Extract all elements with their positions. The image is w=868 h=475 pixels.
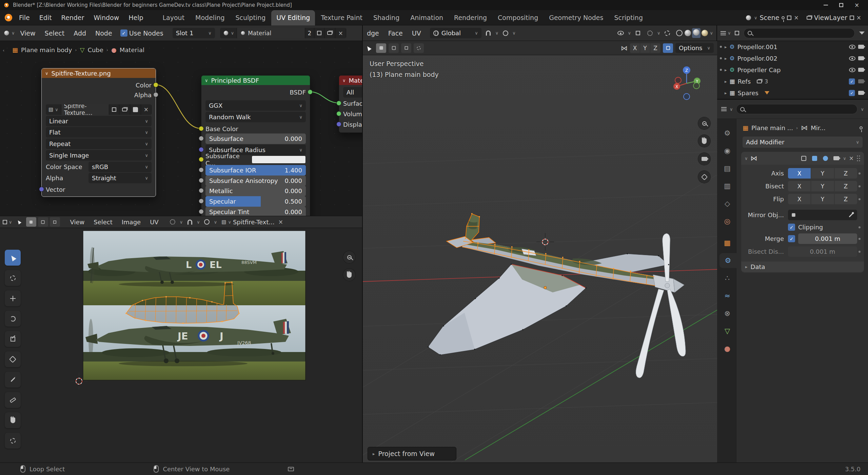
editor-type-icon[interactable] bbox=[4, 30, 9, 35]
axis-y-toggle[interactable]: Y bbox=[811, 168, 834, 179]
subsurface-method-dropdown[interactable]: Random Walk ∨ bbox=[205, 112, 306, 122]
outliner-search-input[interactable] bbox=[744, 28, 855, 38]
pin-icon[interactable] bbox=[782, 16, 785, 19]
delete-modifier-icon[interactable]: × bbox=[849, 155, 854, 162]
show-in-editmode-toggle[interactable] bbox=[810, 154, 818, 162]
extension-dropdown[interactable]: Repeat ∨ bbox=[46, 139, 152, 149]
outliner-row-propellor-001[interactable]: ▸ ⚙ Propellor.001 bbox=[717, 41, 868, 53]
tab-particles[interactable]: ∴ bbox=[719, 271, 735, 286]
viewport-3d[interactable]: ⋈ X Y Z Options ∨ bbox=[363, 41, 717, 462]
subsurface-color-input-socket[interactable] bbox=[199, 157, 204, 162]
distribution-dropdown[interactable]: GGX ∨ bbox=[205, 100, 306, 111]
shading-chevron-icon[interactable]: ∨ bbox=[710, 30, 713, 36]
proportional-editing-button[interactable] bbox=[500, 28, 511, 38]
new-viewlayer-icon[interactable] bbox=[850, 16, 854, 20]
transform-orientation-dropdown[interactable]: Global ∨ bbox=[430, 28, 481, 38]
expand-icon[interactable]: ▸ bbox=[725, 44, 727, 49]
principled-bsdf-node[interactable]: ∨ Principled BSDF BSDF GGX ∨ Random Walk… bbox=[201, 75, 310, 216]
snap-settings-chevron-icon[interactable]: ∨ bbox=[495, 30, 499, 36]
menu-file[interactable]: File bbox=[14, 10, 35, 25]
subsurface-radius-input-socket[interactable] bbox=[199, 147, 204, 152]
collection-checkbox[interactable]: ✓ bbox=[849, 78, 855, 84]
tab-shading[interactable]: Shading bbox=[368, 10, 405, 25]
uv-proportional-chevron-icon[interactable]: ∨ bbox=[214, 220, 217, 225]
image-open-button[interactable] bbox=[130, 104, 141, 115]
uv-editor-canvas[interactable]: L EL 88SVM bbox=[0, 228, 363, 462]
subsurface-slider[interactable]: Subsurface 0.000 bbox=[205, 133, 306, 144]
mirror-z-toggle[interactable]: Z bbox=[650, 43, 660, 53]
output-target-dropdown[interactable]: All bbox=[343, 87, 363, 98]
breadcrumb-mesh[interactable]: Cube bbox=[87, 46, 103, 54]
navigation-gizmo[interactable]: Z X Y bbox=[668, 65, 705, 102]
disable-render-icon[interactable] bbox=[858, 45, 864, 49]
vector-input-socket[interactable] bbox=[39, 187, 44, 192]
uv-select-vertex-button[interactable] bbox=[26, 217, 36, 227]
surface-input-socket[interactable] bbox=[336, 101, 341, 106]
material-output-node[interactable]: ∨ Mate... All Surface Volume Displace... bbox=[339, 75, 363, 133]
rendered-shading-icon[interactable] bbox=[702, 30, 708, 36]
bisect-z-toggle[interactable]: Z bbox=[834, 181, 857, 191]
uv-menu-image[interactable]: Image bbox=[118, 219, 144, 226]
scene-browse-chevron-icon[interactable]: ∨ bbox=[754, 15, 757, 20]
viewport-ortho-button[interactable] bbox=[698, 171, 710, 183]
menu-render[interactable]: Render bbox=[57, 10, 89, 25]
tab-scripting[interactable]: Scripting bbox=[609, 10, 648, 25]
expand-icon[interactable]: ▸ bbox=[725, 79, 727, 84]
pan-tool-button[interactable] bbox=[5, 412, 21, 428]
select-mode-subtract-button[interactable] bbox=[401, 43, 411, 53]
breadcrumb-object[interactable]: Plane main body bbox=[21, 46, 72, 54]
uv-snap-chevron-icon[interactable]: ∨ bbox=[197, 220, 200, 225]
viewport-pan-button[interactable] bbox=[698, 135, 710, 147]
outliner-item-label[interactable]: Propellor.002 bbox=[737, 55, 777, 62]
data-subpanel-header[interactable]: ▸ Data bbox=[741, 262, 864, 272]
select-mode-extend-button[interactable] bbox=[389, 43, 399, 53]
tab-material[interactable]: ● bbox=[719, 341, 735, 356]
breadcrumb-material[interactable]: Material bbox=[120, 46, 144, 54]
rotate-tool-button[interactable] bbox=[5, 311, 21, 327]
outliner-item-label[interactable]: Properller Cap bbox=[737, 66, 781, 74]
uv-menu-uv[interactable]: UV bbox=[146, 219, 162, 226]
subsurface-ior-input-socket[interactable] bbox=[199, 167, 204, 172]
fake-user-button[interactable] bbox=[314, 28, 324, 38]
disable-render-icon[interactable] bbox=[858, 91, 864, 95]
select-mode-new-button[interactable] bbox=[376, 43, 386, 53]
tab-modeling[interactable]: Modeling bbox=[190, 10, 230, 25]
specular-input-socket[interactable] bbox=[199, 199, 204, 204]
material-browse-button[interactable]: ∨ bbox=[220, 28, 237, 38]
uv-proportional-button[interactable] bbox=[202, 217, 212, 227]
tab-object[interactable]: ▦ bbox=[719, 235, 735, 250]
add-modifier-dropdown[interactable]: Add Modifier ∨ bbox=[743, 137, 863, 148]
color-output-socket[interactable] bbox=[153, 82, 158, 87]
mirror-x-toggle[interactable]: X bbox=[630, 43, 640, 53]
alpha-mode-dropdown[interactable]: Straight ∨ bbox=[88, 173, 152, 183]
subsurface-ior-slider[interactable]: Subsurface IOR 1.400 bbox=[205, 165, 306, 175]
flip-z-toggle[interactable]: Z bbox=[834, 194, 857, 204]
subsurface-input-socket[interactable] bbox=[199, 136, 204, 141]
hide-eye-icon[interactable] bbox=[849, 45, 855, 49]
extras-chevron-icon[interactable]: ∨ bbox=[843, 156, 846, 161]
editor-type-chevron-icon[interactable]: ∨ bbox=[12, 30, 15, 36]
properties-search-input[interactable] bbox=[736, 104, 858, 114]
menu-window[interactable]: Window bbox=[89, 10, 124, 25]
uv-menu-select[interactable]: Select bbox=[90, 219, 116, 226]
viewport-menu-face[interactable]: Face bbox=[384, 29, 407, 37]
expand-icon[interactable]: ▸ bbox=[725, 90, 727, 96]
properties-editor-chevron-icon[interactable]: ∨ bbox=[730, 107, 733, 112]
outliner-row-refs[interactable]: ▸ ▦ Refs 3 ✓ bbox=[717, 76, 868, 87]
uv-select-edge-button[interactable] bbox=[38, 217, 48, 227]
minimize-button[interactable] bbox=[818, 0, 833, 10]
cursor-3d[interactable] bbox=[536, 233, 554, 251]
specular-slider[interactable]: Specular 0.500 bbox=[205, 196, 306, 207]
remove-viewlayer-icon[interactable]: × bbox=[856, 14, 861, 21]
shader-menu-add[interactable]: Add bbox=[70, 29, 90, 37]
breadcrumb-object-name[interactable]: Plane main ... bbox=[751, 124, 793, 131]
uv-editor-type-icon[interactable] bbox=[3, 220, 7, 224]
solid-shading-icon[interactable] bbox=[685, 30, 691, 36]
base-color-input-socket[interactable] bbox=[199, 126, 204, 131]
animate-dot-icon[interactable] bbox=[859, 226, 861, 228]
wireframe-shading-icon[interactable] bbox=[676, 30, 683, 36]
material-users-button[interactable]: 2 bbox=[305, 28, 315, 38]
merge-checkbox[interactable]: ✓ bbox=[788, 235, 795, 242]
outliner-item-label[interactable]: Refs bbox=[738, 78, 751, 85]
tab-uv-editing[interactable]: UV Editing bbox=[271, 10, 315, 25]
